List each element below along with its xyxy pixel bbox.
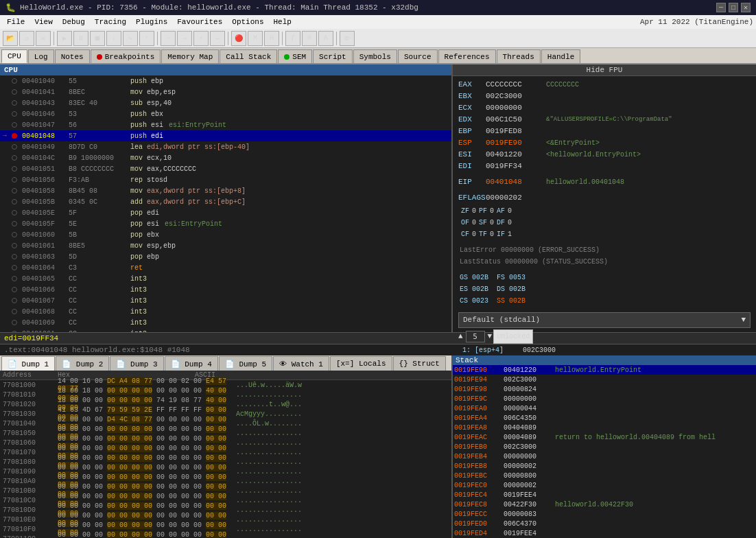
flag-sf-val[interactable]: 0 — [490, 217, 494, 229]
toolbar-mem-bp[interactable]: M — [248, 31, 263, 46]
dump-tab-watch1[interactable]: 👁 Watch 1 — [273, 356, 329, 371]
toolbar-restart[interactable]: ↺ — [19, 31, 34, 46]
toolbar-close[interactable]: ✕ — [36, 31, 51, 46]
tab-symbols[interactable]: Symbols — [353, 49, 397, 63]
breakpoint-dot[interactable] — [12, 188, 17, 194]
stack-entry[interactable]: 0019FED40019FEE4 — [453, 528, 756, 538]
flag-af-val[interactable]: 0 — [508, 205, 512, 217]
tab-cpu[interactable]: CPU — [1, 49, 27, 63]
disasm-row[interactable]: 004010618BE5mov esp,ebp — [0, 240, 451, 251]
menu-view[interactable]: View — [30, 16, 56, 27]
disasm-row[interactable]: 00401065CCint3 — [0, 273, 451, 284]
stack-entry[interactable]: 0019FE9800000824 — [453, 384, 756, 394]
reg-eflags-val[interactable]: 00000202 — [486, 192, 541, 204]
disasm-row[interactable]: →0040104857push edi — [0, 130, 451, 141]
menu-file[interactable]: File — [3, 16, 29, 27]
disasm-row[interactable]: 00401067CCint3 — [0, 295, 451, 306]
disasm-row[interactable]: 004010588B45 08mov eax,dword ptr ss:[ebp… — [0, 185, 451, 196]
stack-entry[interactable]: 0019FEC800422F30helloworld.00422F30 — [453, 500, 756, 509]
breakpoint-dot[interactable] — [12, 89, 17, 95]
stack-entry[interactable]: 0019FEA4006C4350 — [453, 413, 756, 423]
toolbar-step-into[interactable]: ↓ — [106, 31, 121, 46]
stack-entry[interactable]: 0019FEAC00004089return to helloworld.004… — [453, 432, 756, 442]
breakpoint-dot[interactable] — [12, 177, 17, 183]
stack-entry[interactable]: 0019FEA000000044 — [453, 404, 756, 413]
toolbar-pause[interactable]: ⏸ — [73, 31, 88, 46]
reg-eip-val[interactable]: 00401048 — [486, 176, 541, 188]
breakpoint-dot[interactable] — [12, 265, 17, 270]
breakpoint-dot[interactable] — [12, 122, 17, 128]
toolbar-settings[interactable]: ⚙ — [340, 31, 355, 46]
menu-debug[interactable]: Debug — [58, 16, 89, 27]
toolbar-bp[interactable]: 🔴 — [231, 31, 246, 46]
disasm-row[interactable]: 0040105F5Epop esiesi:EntryPoint — [0, 218, 451, 229]
unlocked-btn[interactable]: Unlocked — [493, 329, 533, 344]
breakpoint-dot[interactable] — [12, 298, 17, 303]
maximize-button[interactable]: □ — [729, 3, 738, 12]
disasm-row[interactable]: 004010418BECmov ebp,esp — [0, 86, 451, 97]
tab-sem[interactable]: SEM — [278, 49, 312, 63]
dump-row[interactable]: 7708110000 00 00 00 00 00 00 00 00 00 00… — [0, 534, 451, 538]
stack-entry[interactable]: 0019FED0006C4370 — [453, 519, 756, 528]
disasm-row[interactable]: 0040106ACCint3 — [0, 328, 451, 332]
reg-esp-val[interactable]: 0019FE90 — [486, 137, 541, 149]
dump-tab-locals[interactable]: [x=] Locals — [330, 356, 392, 371]
disasm-row[interactable]: 00401051B8 CCCCCCCCmov eax,CCCCCCCC — [0, 163, 451, 174]
breakpoint-dot[interactable] — [12, 232, 17, 237]
dump-tab-5[interactable]: 📄 Dump 5 — [219, 356, 272, 371]
disasm-row[interactable]: 0040105E5Fpop edi — [0, 207, 451, 218]
toolbar-trace-over[interactable]: ⇒ — [177, 31, 192, 46]
stack-entry[interactable]: 0019FE9000401220helloworld.EntryPoint — [453, 365, 756, 375]
toolbar-open[interactable]: 📂 — [3, 31, 18, 46]
disasm-row[interactable]: 0040104383EC 40sub esp,40 — [0, 97, 451, 108]
flag-zf-val[interactable]: 0 — [472, 205, 476, 217]
breakpoint-dot[interactable] — [12, 276, 17, 281]
stack-entry[interactable]: 0019FEC40019FEE4 — [453, 490, 756, 500]
toolbar-hash[interactable]: # — [302, 31, 317, 46]
menu-favourites[interactable]: Favourites — [173, 16, 226, 27]
toolbar-stop[interactable]: ⏹ — [90, 31, 105, 46]
stack-entry[interactable]: 0019FEB0002C3000 — [453, 442, 756, 452]
breakpoint-dot[interactable] — [12, 111, 17, 117]
disasm-row[interactable]: 00401066CCint3 — [0, 284, 451, 295]
stack-entry[interactable]: 0019FE94002C3000 — [453, 375, 756, 384]
tab-log[interactable]: Log — [28, 49, 54, 63]
fpu-header[interactable]: Hide FPU — [453, 65, 756, 76]
menu-tracing[interactable]: Tracing — [91, 16, 130, 27]
tab-script[interactable]: Script — [313, 49, 353, 63]
breakpoint-dot[interactable] — [12, 144, 17, 150]
toolbar-hw-bp[interactable]: H — [264, 31, 279, 46]
close-button[interactable]: ✕ — [741, 3, 751, 12]
stack-dropdown[interactable]: Default (stdcall) ▼ — [458, 312, 751, 328]
disasm-row[interactable]: 0040105B0345 0Cadd eax,dword ptr ss:[ebp… — [0, 196, 451, 207]
breakpoint-dot[interactable] — [12, 287, 17, 292]
minimize-button[interactable]: ─ — [716, 3, 726, 12]
breakpoint-dot[interactable] — [12, 199, 17, 204]
disasm-row[interactable]: 004010605Bpop ebx — [0, 229, 451, 240]
dump-tab-3[interactable]: 📄 Dump 3 — [110, 356, 163, 371]
stack-num-down[interactable]: ▼ — [488, 331, 493, 342]
reg-ecx-val[interactable]: 00000000 — [486, 102, 541, 114]
breakpoint-dot[interactable] — [12, 78, 17, 84]
flag-df-val[interactable]: 0 — [508, 217, 512, 229]
disasm-row[interactable]: 004010635Dpop ebp — [0, 251, 451, 262]
dump-tab-2[interactable]: 📄 Dump 2 — [56, 356, 109, 371]
toolbar-animate[interactable]: ⚡ — [193, 31, 209, 46]
toolbar-til-ret[interactable]: ⟵ — [210, 31, 225, 46]
breakpoint-dot[interactable] — [12, 210, 17, 215]
menu-plugins[interactable]: Plugins — [132, 16, 172, 27]
disasm-row[interactable]: 00401069CCint3 — [0, 317, 451, 328]
tab-breakpoints[interactable]: Breakpoints — [91, 49, 161, 63]
disasm-row[interactable]: 00401064C3ret — [0, 262, 451, 273]
breakpoint-dot[interactable] — [12, 331, 17, 332]
toolbar-trace-into[interactable]: → — [161, 31, 176, 46]
stack-entry[interactable]: 0019FEBC00000800 — [453, 471, 756, 480]
breakpoint-dot[interactable] — [12, 320, 17, 325]
toolbar-formula[interactable]: ƒ — [285, 31, 300, 46]
flag-cf-val[interactable]: 0 — [472, 229, 476, 240]
flag-pf-val[interactable]: 0 — [490, 205, 494, 217]
toolbar-step-over[interactable]: ↷ — [123, 31, 138, 46]
reg-edi-val[interactable]: 0019FF34 — [486, 161, 541, 172]
reg-edx-val[interactable]: 006C1C50 — [486, 114, 541, 126]
disasm-row[interactable]: 0040104756push esiesi:EntryPoint — [0, 119, 451, 130]
